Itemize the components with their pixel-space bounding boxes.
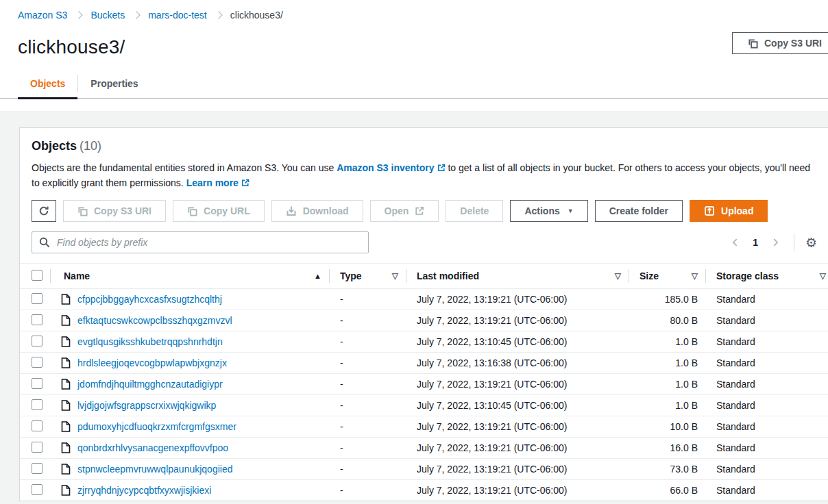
copy-s3-uri-button[interactable]: Copy S3 URI: [63, 200, 166, 222]
object-last-modified: July 7, 2022, 13:19:21 (UTC-06:00): [406, 374, 629, 395]
object-last-modified: July 7, 2022, 13:16:38 (UTC-06:00): [406, 353, 629, 374]
upload-button[interactable]: Upload: [690, 200, 768, 222]
breadcrumb-bucket-name[interactable]: mars-doc-test: [148, 10, 207, 21]
preferences-gear-button[interactable]: ⚙: [805, 236, 817, 249]
row-select-cell: [20, 374, 51, 395]
file-icon: [61, 315, 71, 326]
row-checkbox[interactable]: [32, 442, 42, 453]
delete-button[interactable]: Delete: [446, 200, 503, 222]
object-last-modified: July 7, 2022, 13:19:21 (UTC-06:00): [406, 438, 629, 459]
object-name-link[interactable]: cfppcjbbggayhcxcasfxsugtzhcqlthj: [77, 294, 222, 305]
row-select-cell: [20, 353, 51, 374]
object-storage-class: Standard: [706, 289, 828, 310]
create-folder-label: Create folder: [609, 205, 668, 216]
object-name-link[interactable]: efktaqtucswkcowpclbsszhqxgzmvzvl: [77, 315, 232, 326]
file-icon: [61, 485, 71, 496]
open-button[interactable]: Open: [370, 200, 439, 222]
column-label-storage-class: Storage class: [716, 270, 779, 281]
object-name-cell: evgtlqusgiksshkubetrqqpshnrhdtjn: [51, 331, 330, 353]
column-header-storage-class[interactable]: Storage class▽: [706, 264, 828, 289]
file-icon: [61, 442, 71, 453]
breadcrumb-amazon-s3[interactable]: Amazon S3: [18, 10, 67, 21]
object-name-link[interactable]: stpnwcleepmvruwwqlpaunukjqogiied: [77, 464, 232, 475]
object-size: 1.0 B: [629, 331, 706, 353]
learn-more-link[interactable]: Learn more: [186, 177, 239, 188]
object-type: -: [330, 459, 406, 480]
copy-icon: [77, 206, 88, 216]
row-checkbox[interactable]: [32, 378, 42, 389]
copy-url-button[interactable]: Copy URL: [173, 200, 265, 222]
table-row: efktaqtucswkcowpclbsszhqxgzmvzvl - July …: [20, 310, 828, 331]
object-type: -: [330, 310, 406, 331]
object-name-link[interactable]: qonbrdxrhlvysanacgenexpffovvfpoo: [77, 442, 228, 453]
tab-objects[interactable]: Objects: [18, 69, 77, 99]
object-name-cell: stpnwcleepmvruwwqlpaunukjqogiied: [51, 459, 330, 480]
object-name-link[interactable]: zjrryqhdnjycypcqbtfxyxwjisjkiexi: [77, 485, 211, 496]
object-size: 73.0 B: [629, 459, 706, 480]
table-row: jdomfndjhquiltmgghcnzautadigiypr - July …: [20, 374, 828, 395]
row-checkbox[interactable]: [32, 336, 42, 346]
objects-card: Objects (10) Objects are the fundamental…: [19, 127, 828, 501]
column-header-name[interactable]: Name▲: [51, 264, 330, 289]
object-last-modified: July 7, 2022, 13:19:21 (UTC-06:00): [406, 459, 629, 480]
select-all-header[interactable]: [20, 264, 51, 289]
object-last-modified: July 7, 2022, 13:10:45 (UTC-06:00): [406, 331, 629, 353]
caret-down-icon: ▼: [568, 207, 574, 214]
breadcrumb: Amazon S3 Buckets mars-doc-test clickhou…: [18, 10, 810, 21]
search-input[interactable]: [56, 236, 361, 249]
file-icon: [61, 464, 71, 475]
search-row: 1 ⚙: [20, 231, 828, 253]
object-name-link[interactable]: pdumoxyhjcdfuoqkrzxmfcrgmfgsxmer: [77, 421, 236, 432]
tab-bar: Objects Properties: [0, 69, 828, 99]
create-folder-button[interactable]: Create folder: [595, 200, 683, 222]
column-label-type: Type: [340, 270, 362, 281]
column-header-last-modified[interactable]: Last modified▽: [406, 264, 629, 289]
object-name-cell: jdomfndjhquiltmgghcnzautadigiypr: [51, 374, 330, 395]
breadcrumb-buckets[interactable]: Buckets: [90, 10, 125, 21]
sort-ascending-icon: ▲: [314, 272, 321, 280]
row-select-cell: [20, 289, 51, 310]
column-header-type[interactable]: Type▽: [330, 264, 406, 289]
object-size: 10.0 B: [629, 416, 706, 438]
row-checkbox[interactable]: [32, 420, 42, 431]
object-name-link[interactable]: evgtlqusgiksshkubetrqqpshnrhdtjn: [77, 336, 223, 347]
refresh-button[interactable]: [32, 200, 56, 222]
row-checkbox[interactable]: [32, 314, 42, 325]
object-size: 66.0 B: [629, 480, 706, 501]
object-last-modified: July 7, 2022, 13:19:21 (UTC-06:00): [406, 480, 629, 501]
amazon-s3-inventory-link[interactable]: Amazon S3 inventory: [337, 162, 434, 173]
object-name-link[interactable]: lvjdjgojwfsgrappscrxixwjqkigwikp: [77, 400, 216, 411]
object-name-link[interactable]: jdomfndjhquiltmgghcnzautadigiypr: [77, 379, 223, 390]
object-size: 1.0 B: [629, 353, 706, 374]
tab-properties[interactable]: Properties: [78, 69, 150, 99]
download-button[interactable]: Download: [271, 200, 363, 222]
open-label: Open: [385, 205, 409, 216]
column-header-size[interactable]: Size▽: [629, 264, 706, 289]
s3-console-page: Amazon S3 Buckets mars-doc-test clickhou…: [0, 0, 828, 504]
row-checkbox[interactable]: [32, 357, 42, 368]
previous-page-button[interactable]: [728, 235, 743, 250]
row-checkbox[interactable]: [32, 399, 42, 410]
object-size: 16.0 B: [629, 438, 706, 459]
next-page-button[interactable]: [768, 235, 783, 250]
object-name-cell: cfppcjbbggayhcxcasfxsugtzhcqlthj: [51, 289, 330, 310]
object-name-link[interactable]: hrdlsleegjoqevcogbpwlapwbjxgnzjx: [77, 357, 227, 368]
row-checkbox[interactable]: [32, 293, 42, 304]
row-select-cell: [20, 416, 51, 438]
actions-dropdown-button[interactable]: Actions ▼: [510, 200, 587, 222]
chevron-left-icon: [731, 238, 740, 247]
select-all-checkbox[interactable]: [32, 270, 42, 281]
sort-icon: ▽: [820, 271, 826, 281]
table-row: cfppcjbbggayhcxcasfxsugtzhcqlthj - July …: [20, 289, 828, 310]
row-checkbox[interactable]: [32, 484, 42, 495]
file-icon: [61, 294, 71, 305]
chevron-right-icon: [75, 11, 83, 18]
object-last-modified: July 7, 2022, 13:19:21 (UTC-06:00): [406, 310, 629, 331]
row-checkbox[interactable]: [32, 463, 42, 474]
current-page-button[interactable]: 1: [747, 237, 764, 248]
breadcrumb-current-prefix: clickhouse3/: [230, 10, 283, 21]
copy-url-label: Copy URL: [204, 205, 250, 216]
external-link-icon: [241, 177, 249, 191]
copy-s3-uri-header-button[interactable]: Copy S3 URI: [732, 32, 828, 54]
file-icon: [61, 379, 71, 390]
